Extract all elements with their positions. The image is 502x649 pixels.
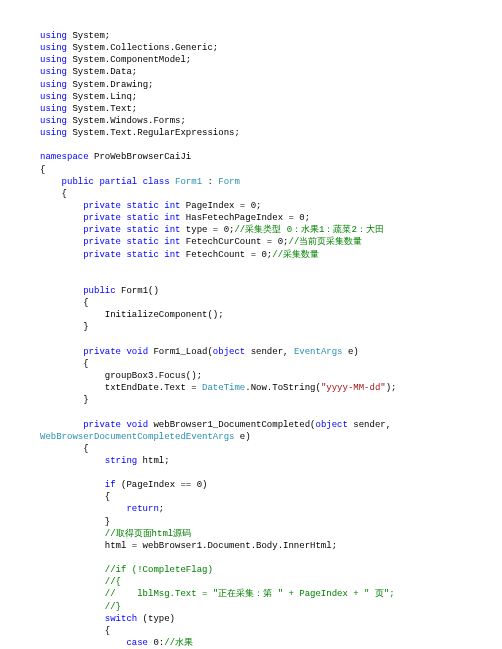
code-block: using System; using System.Collections.G… [0,0,502,649]
